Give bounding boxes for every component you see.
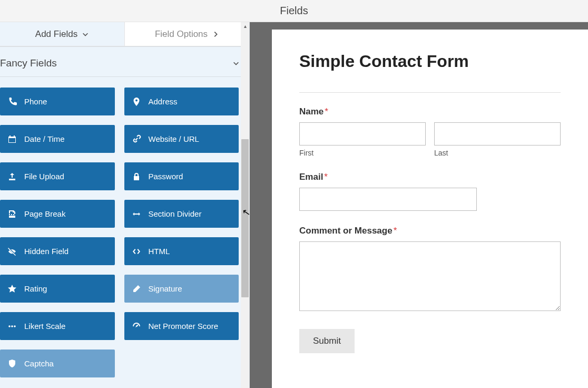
left-panel: Add Fields Field Options Fancy Fields Ph… <box>0 22 250 388</box>
name-label-text: Name <box>299 106 324 117</box>
field-page-break[interactable]: Page Break <box>0 200 115 228</box>
field-likert-scale[interactable]: Likert Scale <box>0 312 115 340</box>
field-phone[interactable]: Phone <box>0 88 115 115</box>
section-fancy-fields[interactable]: Fancy Fields <box>0 48 249 77</box>
required-mark: * <box>394 226 397 236</box>
field-date-time[interactable]: Date / Time <box>0 125 115 153</box>
form-canvas: Simple Contact Form Name* First Last Ema… <box>272 30 588 388</box>
field-address[interactable]: Address <box>124 88 239 115</box>
field-captcha[interactable]: Captcha <box>0 350 115 377</box>
last-name-input[interactable] <box>434 122 561 146</box>
field-label: Date / Time <box>24 134 65 143</box>
field-label: Rating <box>24 284 47 293</box>
shield-icon <box>7 359 17 368</box>
ellipsis-icon <box>7 322 17 331</box>
pencil-icon <box>132 284 141 294</box>
map-marker-icon <box>132 97 141 106</box>
star-icon <box>7 284 17 294</box>
lock-icon <box>132 172 141 181</box>
first-name-input[interactable] <box>299 122 426 146</box>
field-label: Password <box>149 172 183 181</box>
calendar-icon <box>7 134 17 144</box>
last-sublabel: Last <box>434 149 561 157</box>
field-label: Hidden Field <box>24 247 68 256</box>
section-title: Fancy Fields <box>0 57 57 69</box>
field-signature[interactable]: Signature <box>124 275 239 303</box>
email-label: Email* <box>299 172 561 182</box>
chevron-down-icon <box>232 60 240 67</box>
chevron-down-icon <box>82 31 89 38</box>
field-hidden-field[interactable]: Hidden Field <box>0 237 115 265</box>
upload-icon <box>7 172 17 181</box>
name-label: Name* <box>299 106 561 117</box>
required-mark: * <box>324 172 328 182</box>
arrows-h-icon <box>132 209 141 219</box>
field-label: Address <box>149 97 178 106</box>
sidebar-scrollbar[interactable]: ▴ <box>241 22 249 388</box>
field-section-divider[interactable]: Section Divider <box>124 200 239 228</box>
field-label: Website / URL <box>149 134 199 143</box>
field-label: Page Break <box>24 209 65 218</box>
tab-field-options[interactable]: Field Options <box>124 22 249 46</box>
field-label: Captcha <box>24 359 54 368</box>
first-sublabel: First <box>299 149 426 157</box>
comment-label: Comment or Message* <box>299 226 561 236</box>
tab-add-fields-label: Add Fields <box>35 29 77 40</box>
submit-button[interactable]: Submit <box>299 329 355 353</box>
email-label-text: Email <box>299 172 323 182</box>
field-file-upload[interactable]: File Upload <box>0 162 115 190</box>
field-password[interactable]: Password <box>124 162 239 190</box>
tab-field-options-label: Field Options <box>155 29 208 40</box>
fields-grid: PhoneAddressDate / TimeWebsite / URLFile… <box>0 77 249 388</box>
field-label: HTML <box>149 247 170 256</box>
eye-slash-icon <box>7 247 17 256</box>
field-net-promoter-score[interactable]: Net Promoter Score <box>124 312 239 340</box>
title-divider <box>299 92 561 93</box>
page-break-icon <box>7 209 17 219</box>
field-website-url[interactable]: Website / URL <box>124 125 239 153</box>
field-label: Net Promoter Score <box>149 322 219 331</box>
header-title: Fields <box>0 0 588 22</box>
tab-add-fields[interactable]: Add Fields <box>0 22 124 46</box>
comment-textarea[interactable] <box>299 241 561 311</box>
email-input[interactable] <box>299 188 477 211</box>
comment-label-text: Comment or Message <box>299 226 393 236</box>
field-label: Likert Scale <box>24 322 65 331</box>
field-label: Section Divider <box>149 209 202 218</box>
field-rating[interactable]: Rating <box>0 275 115 303</box>
code-icon <box>132 247 141 256</box>
form-preview-area: Simple Contact Form Name* First Last Ema… <box>250 22 588 388</box>
field-label: File Upload <box>24 172 64 181</box>
chevron-right-icon <box>212 31 219 38</box>
field-label: Signature <box>149 284 182 293</box>
scrollbar-thumb[interactable] <box>241 139 249 297</box>
panel-tabs: Add Fields Field Options <box>0 22 249 46</box>
link-icon <box>132 134 141 144</box>
field-html[interactable]: HTML <box>124 237 239 265</box>
phone-icon <box>7 97 17 106</box>
dashboard-icon <box>132 322 141 331</box>
form-title: Simple Contact Form <box>299 52 561 71</box>
field-label: Phone <box>24 97 47 106</box>
required-mark: * <box>325 106 328 117</box>
scroll-up-arrow-icon[interactable]: ▴ <box>241 23 249 29</box>
